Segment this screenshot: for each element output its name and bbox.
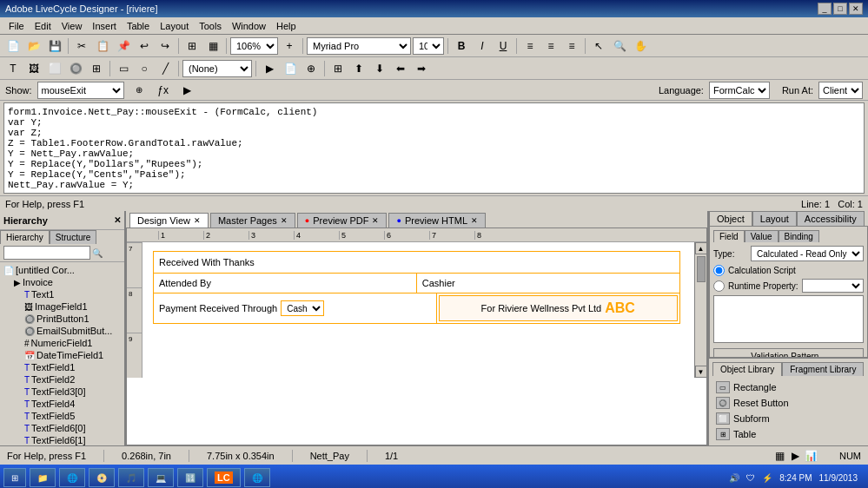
- scroll-thumb[interactable]: [697, 256, 706, 282]
- script-run-button[interactable]: ▶: [178, 81, 197, 100]
- language-combo[interactable]: FormCalc: [709, 82, 770, 99]
- taskbar-browser1[interactable]: 🌐: [59, 468, 85, 487]
- align-left-v[interactable]: ⬅: [391, 59, 410, 78]
- taskbar-explorer[interactable]: 📁: [30, 468, 56, 487]
- rtab-accessibility[interactable]: Accessibility: [797, 211, 865, 226]
- taskbar-ie[interactable]: 🌐: [244, 468, 270, 487]
- tree-item-textfield6-0[interactable]: T TextField6[0]: [2, 422, 123, 434]
- grid-view[interactable]: ⊞: [328, 59, 348, 78]
- menu-insert[interactable]: Insert: [87, 19, 122, 33]
- menu-layout[interactable]: Layout: [155, 19, 194, 33]
- align-bottom[interactable]: ⬇: [370, 59, 389, 78]
- tab-structure[interactable]: Structure: [50, 230, 97, 244]
- rtab-binding[interactable]: Binding: [779, 230, 819, 242]
- cut-button[interactable]: ✂: [72, 36, 91, 56]
- button-tool[interactable]: 🔘: [66, 59, 85, 78]
- maximize-button[interactable]: □: [833, 3, 847, 15]
- tree-item-invoice[interactable]: ▶ Invoice: [2, 276, 123, 288]
- distribute-button[interactable]: ⊕: [301, 59, 321, 78]
- script-editor[interactable]: form1.Invoice.Nett_Pay::mouseExit - (For…: [3, 102, 865, 194]
- search-icon[interactable]: 🔍: [90, 246, 104, 260]
- menu-file[interactable]: File: [3, 19, 30, 33]
- taskbar-lc[interactable]: LC: [207, 468, 241, 487]
- tree-item-textfield5[interactable]: T TextField5: [2, 410, 123, 422]
- text-tool[interactable]: T: [3, 59, 23, 78]
- zoom-in-button[interactable]: +: [280, 36, 299, 56]
- rtab-layout[interactable]: Layout: [752, 211, 797, 226]
- align-top[interactable]: ⬆: [349, 59, 368, 78]
- zoom-out-button[interactable]: 🔍: [610, 36, 629, 56]
- layout-button[interactable]: ▦: [203, 36, 222, 56]
- close-master-tab[interactable]: ✕: [281, 216, 288, 225]
- pdf-preview[interactable]: 📄: [281, 59, 300, 78]
- draw-circle[interactable]: ○: [135, 59, 154, 78]
- zoom-combo[interactable]: 106%: [230, 37, 278, 55]
- align-right-v[interactable]: ➡: [412, 59, 431, 78]
- rtab-object[interactable]: Object: [709, 211, 752, 226]
- menu-table[interactable]: Table: [122, 19, 155, 33]
- menu-edit[interactable]: Edit: [30, 19, 56, 33]
- image-tool[interactable]: 🖼: [24, 59, 43, 78]
- data-view-btn[interactable]: 📊: [805, 449, 818, 463]
- tree-item-datetimefield[interactable]: 📅 DateTimeField1: [2, 349, 123, 361]
- tab-design-view[interactable]: Design View ✕: [129, 213, 209, 228]
- table-tool[interactable]: ⊞: [87, 59, 106, 78]
- validation-pattern-button[interactable]: Validation Pattern...: [713, 348, 864, 358]
- tree-item-textfield4[interactable]: T TextField4: [2, 398, 123, 410]
- taskbar-media[interactable]: 🎵: [118, 468, 144, 487]
- type-combo[interactable]: Calculated - Read Only: [751, 246, 864, 261]
- close-button[interactable]: ✕: [849, 3, 863, 15]
- oltab-fragment-library[interactable]: Fragment Library: [782, 362, 864, 376]
- tree-item-imagefield1[interactable]: 🖼 ImageField1: [2, 300, 123, 313]
- obj-item-table[interactable]: ⊞ Table: [712, 426, 865, 442]
- tab-hierarchy[interactable]: Hierarchy: [0, 230, 50, 244]
- tree-item-emailsubmit[interactable]: 🔘 EmailSubmitBut...: [2, 325, 123, 337]
- rtab-field[interactable]: Field: [713, 230, 745, 242]
- tab-preview-pdf[interactable]: ● Preview PDF ✕: [297, 213, 388, 228]
- hierarchy-close-icon[interactable]: ✕: [114, 215, 121, 225]
- runtime-combo[interactable]: [802, 279, 864, 293]
- tree-item-numericfield[interactable]: # NumericField1: [2, 337, 123, 349]
- menu-tools[interactable]: Tools: [194, 19, 227, 33]
- font-size-combo[interactable]: 10: [413, 37, 444, 55]
- calc-script-radio[interactable]: [713, 265, 725, 276]
- align-left-button[interactable]: ≡: [520, 36, 540, 56]
- start-button[interactable]: ⊞: [3, 468, 26, 487]
- hierarchy-search-input[interactable]: [3, 246, 90, 260]
- tree-item-textfield3[interactable]: T TextField3[0]: [2, 386, 123, 398]
- rtab-value[interactable]: Value: [745, 230, 779, 242]
- new-button[interactable]: 📄: [3, 36, 23, 56]
- obj-item-subform[interactable]: ⬜ Subform: [712, 411, 865, 426]
- minimize-button[interactable]: _: [818, 3, 832, 15]
- taskbar-explorer2[interactable]: 💻: [148, 468, 174, 487]
- close-design-tab[interactable]: ✕: [194, 216, 201, 225]
- tree-item-text1[interactable]: T Text1: [2, 288, 123, 300]
- close-html-tab[interactable]: ✕: [471, 216, 478, 225]
- redo-button[interactable]: ↪: [156, 36, 175, 56]
- show-combo[interactable]: mouseExit: [37, 82, 124, 99]
- menu-window[interactable]: Window: [227, 19, 271, 33]
- menu-view[interactable]: View: [56, 19, 88, 33]
- undo-button[interactable]: ↩: [135, 36, 154, 56]
- open-button[interactable]: 📂: [24, 36, 43, 56]
- preview-view-btn[interactable]: ▶: [789, 449, 803, 463]
- tree-item-textfield6-1[interactable]: T TextField6[1]: [2, 434, 123, 445]
- runtime-radio[interactable]: [713, 280, 725, 292]
- payment-dropdown[interactable]: Cash: [281, 300, 324, 316]
- copy-button[interactable]: 📋: [93, 36, 112, 56]
- tree-item-printbutton[interactable]: 🔘 PrintButton1: [2, 313, 123, 325]
- tree-item-textfield2[interactable]: T TextField2: [2, 373, 123, 386]
- tree-item-root[interactable]: 📄 [untitled Cor...: [2, 264, 123, 276]
- draw-rect[interactable]: ▭: [114, 59, 133, 78]
- tab-master-pages[interactable]: Master Pages ✕: [210, 213, 295, 228]
- field-tool[interactable]: ⬜: [45, 59, 64, 78]
- save-button[interactable]: 💾: [45, 36, 64, 56]
- scrollbar-vertical[interactable]: ▲ ▼: [694, 242, 706, 378]
- align-center-button[interactable]: ≡: [541, 36, 560, 56]
- grid-button[interactable]: ⊞: [182, 36, 202, 56]
- preview-button[interactable]: ▶: [260, 59, 279, 78]
- scroll-down-button[interactable]: ▼: [695, 366, 707, 378]
- taskbar-numbers[interactable]: 🔢: [177, 468, 203, 487]
- run-at-combo[interactable]: Client: [818, 82, 863, 99]
- paste-button[interactable]: 📌: [114, 36, 133, 56]
